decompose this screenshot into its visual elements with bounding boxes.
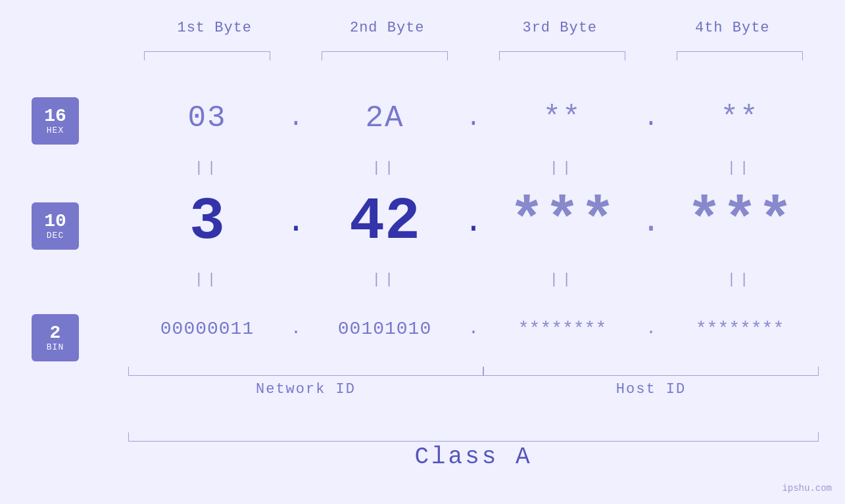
dec-cell-2: 42 [306, 193, 464, 252]
host-id-container: Host ID [483, 381, 819, 398]
watermark-text: ipshu.com [782, 483, 832, 493]
id-labels: Network ID Host ID [128, 381, 819, 398]
bottom-brackets-row [128, 367, 819, 376]
hex-cell-4: ** [661, 101, 819, 135]
dec-dot-1: . [286, 206, 306, 239]
hex-cell-3: ** [483, 101, 641, 135]
bin-cell-3: ******** [483, 319, 641, 339]
bracket-line-1 [144, 51, 270, 60]
bin-dot-2: . [464, 319, 483, 338]
col-header-4: 4th Byte [646, 20, 819, 36]
dec-badge: 10 DEC [32, 202, 79, 250]
eq2-1: || [128, 271, 286, 288]
hex-badge-box: 16 HEX [32, 97, 79, 145]
main-container: 1st Byte 2nd Byte 3rd Byte 4th Byte 16 H… [0, 0, 845, 504]
dec-badge-box: 10 DEC [32, 202, 79, 250]
eq2-3: || [483, 271, 641, 288]
hex-row: 03 . 2A . ** . ** [128, 92, 819, 145]
dec-dot-2: . [464, 206, 483, 239]
dec-value-1: 3 [189, 189, 225, 256]
dec-value-4: *** [687, 189, 793, 256]
watermark: ipshu.com [782, 482, 832, 494]
top-bracket-1 [128, 51, 286, 60]
bin-value-4: ******** [696, 319, 784, 339]
bin-cell-4: ******** [661, 319, 819, 339]
network-id-container: Network ID [128, 381, 483, 398]
bin-value-3: ******** [518, 319, 606, 339]
hex-dot-2: . [464, 92, 483, 145]
host-id-label: Host ID [616, 381, 686, 398]
hex-name: HEX [47, 126, 64, 135]
equals-row-2: || || || || [128, 263, 819, 296]
bin-dot-1: . [286, 319, 306, 338]
bin-value-1: 00000011 [160, 319, 254, 339]
column-headers: 1st Byte 2nd Byte 3rd Byte 4th Byte [128, 20, 819, 36]
eq-3: || [483, 160, 641, 176]
dec-dot-3: . [641, 206, 661, 239]
bracket-line-2 [322, 51, 448, 60]
hex-cell-1: 03 [128, 101, 286, 135]
dec-row: 3 . 42 . *** . *** [128, 187, 819, 256]
eq2-4: || [661, 271, 819, 288]
dec-number: 10 [44, 212, 66, 231]
eq2-2: || [306, 271, 464, 288]
hex-value-1: 03 [187, 101, 226, 135]
class-label: Class A [414, 444, 532, 470]
dec-value-3: *** [509, 189, 616, 256]
network-bracket [128, 367, 483, 376]
hex-number: 16 [44, 107, 66, 126]
hex-dot-1: . [286, 92, 306, 145]
top-brackets [128, 51, 819, 60]
equals-row-1: || || || || [128, 151, 819, 184]
col-header-1: 1st Byte [128, 20, 301, 36]
bracket-line-3 [499, 51, 625, 60]
bin-value-2: 00101010 [338, 319, 431, 339]
network-id-label: Network ID [256, 381, 356, 398]
bracket-line-4 [677, 51, 803, 60]
hex-value-2: 2A [365, 101, 404, 135]
bin-dot-3: . [641, 319, 661, 338]
eq-1: || [128, 160, 286, 176]
hex-dot-3: . [641, 92, 661, 145]
dec-cell-1: 3 [128, 193, 286, 252]
eq-4: || [661, 160, 819, 176]
outer-bracket [128, 432, 819, 442]
dec-name: DEC [47, 231, 64, 241]
hex-badge: 16 HEX [32, 97, 79, 145]
bin-cell-2: 00101010 [306, 319, 464, 339]
hex-value-3: ** [543, 101, 581, 135]
eq-2: || [306, 160, 464, 176]
bin-cell-1: 00000011 [128, 319, 286, 339]
host-bracket [483, 367, 819, 376]
top-bracket-4 [661, 51, 819, 60]
dec-cell-3: *** [483, 189, 641, 256]
col-header-2: 2nd Byte [301, 20, 474, 36]
dec-cell-4: *** [661, 189, 819, 256]
class-label-row: Class A [128, 444, 819, 470]
top-bracket-3 [483, 51, 641, 60]
bin-badge: 2 BIN [32, 314, 79, 361]
bin-number: 2 [50, 324, 61, 342]
dec-value-2: 42 [349, 189, 420, 256]
bin-badge-box: 2 BIN [32, 314, 79, 361]
top-bracket-2 [306, 51, 464, 60]
hex-value-4: ** [720, 101, 759, 135]
hex-cell-2: 2A [306, 101, 464, 135]
col-header-3: 3rd Byte [473, 20, 646, 36]
bin-row: 00000011 . 00101010 . ******** . *******… [128, 302, 819, 355]
bin-name: BIN [47, 342, 64, 352]
